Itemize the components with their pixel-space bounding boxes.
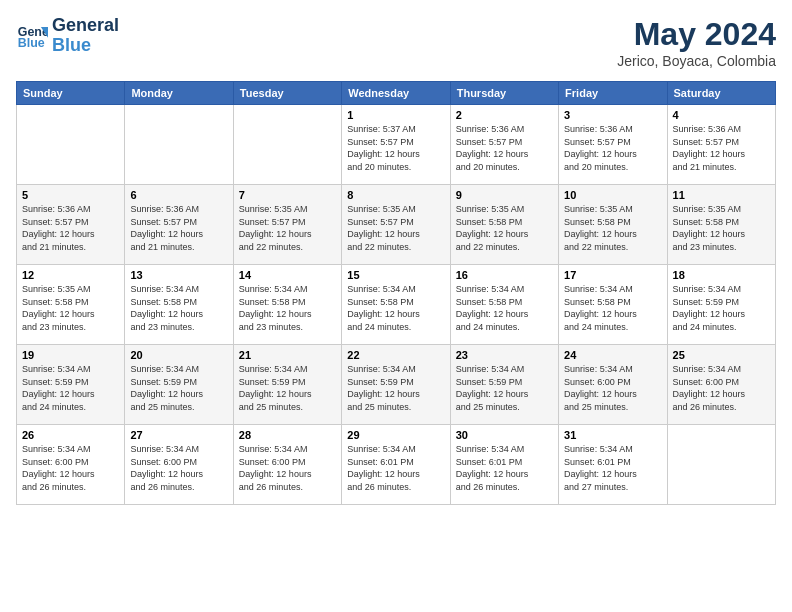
calendar-cell: 7Sunrise: 5:35 AM Sunset: 5:57 PM Daylig… xyxy=(233,185,341,265)
month-year: May 2024 xyxy=(617,16,776,53)
day-number: 4 xyxy=(673,109,770,121)
calendar-cell: 4Sunrise: 5:36 AM Sunset: 5:57 PM Daylig… xyxy=(667,105,775,185)
calendar-cell xyxy=(667,425,775,505)
weekday-header: Sunday xyxy=(17,82,125,105)
day-info: Sunrise: 5:34 AM Sunset: 5:58 PM Dayligh… xyxy=(130,283,227,333)
day-info: Sunrise: 5:36 AM Sunset: 5:57 PM Dayligh… xyxy=(673,123,770,173)
day-number: 13 xyxy=(130,269,227,281)
svg-text:Blue: Blue xyxy=(18,35,45,49)
weekday-header: Monday xyxy=(125,82,233,105)
calendar-table: SundayMondayTuesdayWednesdayThursdayFrid… xyxy=(16,81,776,505)
day-number: 30 xyxy=(456,429,553,441)
day-number: 23 xyxy=(456,349,553,361)
day-number: 26 xyxy=(22,429,119,441)
day-info: Sunrise: 5:36 AM Sunset: 5:57 PM Dayligh… xyxy=(564,123,661,173)
day-number: 19 xyxy=(22,349,119,361)
day-info: Sunrise: 5:34 AM Sunset: 6:00 PM Dayligh… xyxy=(564,363,661,413)
day-info: Sunrise: 5:34 AM Sunset: 5:59 PM Dayligh… xyxy=(456,363,553,413)
day-number: 18 xyxy=(673,269,770,281)
day-info: Sunrise: 5:34 AM Sunset: 5:59 PM Dayligh… xyxy=(239,363,336,413)
calendar-header: SundayMondayTuesdayWednesdayThursdayFrid… xyxy=(17,82,776,105)
day-number: 14 xyxy=(239,269,336,281)
day-info: Sunrise: 5:34 AM Sunset: 6:00 PM Dayligh… xyxy=(130,443,227,493)
day-number: 2 xyxy=(456,109,553,121)
calendar-week-row: 12Sunrise: 5:35 AM Sunset: 5:58 PM Dayli… xyxy=(17,265,776,345)
weekday-row: SundayMondayTuesdayWednesdayThursdayFrid… xyxy=(17,82,776,105)
day-info: Sunrise: 5:36 AM Sunset: 5:57 PM Dayligh… xyxy=(22,203,119,253)
title-block: May 2024 Jerico, Boyaca, Colombia xyxy=(617,16,776,69)
calendar-week-row: 26Sunrise: 5:34 AM Sunset: 6:00 PM Dayli… xyxy=(17,425,776,505)
day-number: 20 xyxy=(130,349,227,361)
calendar-cell: 26Sunrise: 5:34 AM Sunset: 6:00 PM Dayli… xyxy=(17,425,125,505)
weekday-header: Friday xyxy=(559,82,667,105)
day-info: Sunrise: 5:34 AM Sunset: 5:59 PM Dayligh… xyxy=(22,363,119,413)
calendar-cell: 10Sunrise: 5:35 AM Sunset: 5:58 PM Dayli… xyxy=(559,185,667,265)
calendar-cell: 25Sunrise: 5:34 AM Sunset: 6:00 PM Dayli… xyxy=(667,345,775,425)
day-number: 9 xyxy=(456,189,553,201)
logo-icon: General Blue xyxy=(16,20,48,52)
day-number: 12 xyxy=(22,269,119,281)
calendar-cell: 29Sunrise: 5:34 AM Sunset: 6:01 PM Dayli… xyxy=(342,425,450,505)
day-number: 21 xyxy=(239,349,336,361)
day-info: Sunrise: 5:34 AM Sunset: 5:59 PM Dayligh… xyxy=(673,283,770,333)
calendar-cell xyxy=(233,105,341,185)
calendar-cell: 12Sunrise: 5:35 AM Sunset: 5:58 PM Dayli… xyxy=(17,265,125,345)
calendar-cell xyxy=(125,105,233,185)
day-info: Sunrise: 5:34 AM Sunset: 6:00 PM Dayligh… xyxy=(22,443,119,493)
calendar-cell: 18Sunrise: 5:34 AM Sunset: 5:59 PM Dayli… xyxy=(667,265,775,345)
calendar-cell: 20Sunrise: 5:34 AM Sunset: 5:59 PM Dayli… xyxy=(125,345,233,425)
day-number: 25 xyxy=(673,349,770,361)
weekday-header: Wednesday xyxy=(342,82,450,105)
day-info: Sunrise: 5:34 AM Sunset: 5:58 PM Dayligh… xyxy=(347,283,444,333)
calendar-cell: 31Sunrise: 5:34 AM Sunset: 6:01 PM Dayli… xyxy=(559,425,667,505)
day-info: Sunrise: 5:35 AM Sunset: 5:58 PM Dayligh… xyxy=(673,203,770,253)
calendar-week-row: 1Sunrise: 5:37 AM Sunset: 5:57 PM Daylig… xyxy=(17,105,776,185)
day-info: Sunrise: 5:35 AM Sunset: 5:58 PM Dayligh… xyxy=(564,203,661,253)
calendar-cell: 30Sunrise: 5:34 AM Sunset: 6:01 PM Dayli… xyxy=(450,425,558,505)
weekday-header: Saturday xyxy=(667,82,775,105)
calendar-cell: 23Sunrise: 5:34 AM Sunset: 5:59 PM Dayli… xyxy=(450,345,558,425)
day-number: 17 xyxy=(564,269,661,281)
day-info: Sunrise: 5:35 AM Sunset: 5:58 PM Dayligh… xyxy=(22,283,119,333)
calendar-cell: 9Sunrise: 5:35 AM Sunset: 5:58 PM Daylig… xyxy=(450,185,558,265)
day-number: 7 xyxy=(239,189,336,201)
day-number: 5 xyxy=(22,189,119,201)
day-number: 31 xyxy=(564,429,661,441)
calendar-cell: 13Sunrise: 5:34 AM Sunset: 5:58 PM Dayli… xyxy=(125,265,233,345)
day-number: 22 xyxy=(347,349,444,361)
day-number: 8 xyxy=(347,189,444,201)
weekday-header: Tuesday xyxy=(233,82,341,105)
day-number: 24 xyxy=(564,349,661,361)
day-number: 3 xyxy=(564,109,661,121)
calendar-cell xyxy=(17,105,125,185)
calendar-week-row: 5Sunrise: 5:36 AM Sunset: 5:57 PM Daylig… xyxy=(17,185,776,265)
day-info: Sunrise: 5:34 AM Sunset: 6:01 PM Dayligh… xyxy=(564,443,661,493)
logo: General Blue General Blue xyxy=(16,16,119,56)
calendar-cell: 3Sunrise: 5:36 AM Sunset: 5:57 PM Daylig… xyxy=(559,105,667,185)
day-info: Sunrise: 5:34 AM Sunset: 6:00 PM Dayligh… xyxy=(673,363,770,413)
day-number: 11 xyxy=(673,189,770,201)
day-info: Sunrise: 5:34 AM Sunset: 6:00 PM Dayligh… xyxy=(239,443,336,493)
day-info: Sunrise: 5:34 AM Sunset: 6:01 PM Dayligh… xyxy=(456,443,553,493)
day-number: 1 xyxy=(347,109,444,121)
calendar-cell: 19Sunrise: 5:34 AM Sunset: 5:59 PM Dayli… xyxy=(17,345,125,425)
calendar-cell: 15Sunrise: 5:34 AM Sunset: 5:58 PM Dayli… xyxy=(342,265,450,345)
calendar-cell: 2Sunrise: 5:36 AM Sunset: 5:57 PM Daylig… xyxy=(450,105,558,185)
day-number: 28 xyxy=(239,429,336,441)
day-info: Sunrise: 5:34 AM Sunset: 5:58 PM Dayligh… xyxy=(456,283,553,333)
day-number: 27 xyxy=(130,429,227,441)
calendar-cell: 27Sunrise: 5:34 AM Sunset: 6:00 PM Dayli… xyxy=(125,425,233,505)
calendar-cell: 5Sunrise: 5:36 AM Sunset: 5:57 PM Daylig… xyxy=(17,185,125,265)
location: Jerico, Boyaca, Colombia xyxy=(617,53,776,69)
day-info: Sunrise: 5:34 AM Sunset: 5:58 PM Dayligh… xyxy=(564,283,661,333)
calendar-cell: 11Sunrise: 5:35 AM Sunset: 5:58 PM Dayli… xyxy=(667,185,775,265)
day-info: Sunrise: 5:34 AM Sunset: 5:58 PM Dayligh… xyxy=(239,283,336,333)
calendar-week-row: 19Sunrise: 5:34 AM Sunset: 5:59 PM Dayli… xyxy=(17,345,776,425)
calendar-cell: 22Sunrise: 5:34 AM Sunset: 5:59 PM Dayli… xyxy=(342,345,450,425)
calendar-cell: 17Sunrise: 5:34 AM Sunset: 5:58 PM Dayli… xyxy=(559,265,667,345)
calendar-cell: 24Sunrise: 5:34 AM Sunset: 6:00 PM Dayli… xyxy=(559,345,667,425)
day-info: Sunrise: 5:34 AM Sunset: 5:59 PM Dayligh… xyxy=(347,363,444,413)
calendar-body: 1Sunrise: 5:37 AM Sunset: 5:57 PM Daylig… xyxy=(17,105,776,505)
day-info: Sunrise: 5:34 AM Sunset: 6:01 PM Dayligh… xyxy=(347,443,444,493)
day-number: 29 xyxy=(347,429,444,441)
